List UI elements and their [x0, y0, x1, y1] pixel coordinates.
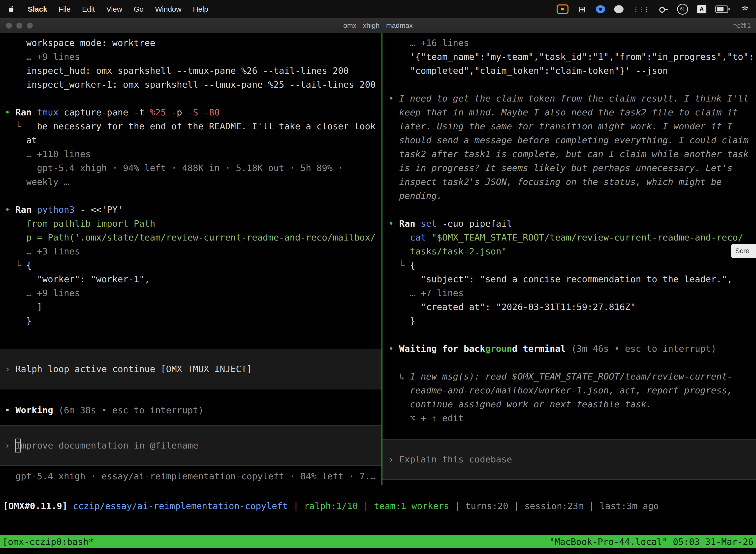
- terminal-text-segment: •: [5, 107, 10, 117]
- gauge-icon[interactable]: 61: [677, 4, 688, 15]
- terminal-text-segment: Working: [15, 405, 53, 415]
- terminal-text-segment: python3: [37, 205, 75, 215]
- terminal-text-segment: from pathlib import Path: [5, 218, 155, 229]
- menu-file[interactable]: File: [59, 5, 70, 13]
- terminal-line: ↳ 1 new msg(s): read $OMX_TEAM_STATE_ROO…: [382, 370, 756, 384]
- app-menu-slack[interactable]: Slack: [28, 5, 47, 13]
- window-shortcut-badge: ⌥⌘1: [733, 22, 756, 29]
- terminal-line: later. Using the same for transition mig…: [382, 119, 756, 133]
- terminal-line: › Explain this codebase: [382, 452, 756, 466]
- left-pane[interactable]: workspace_mode: worktree … +9 lines insp…: [0, 33, 381, 485]
- terminal-line: • Ran python3 - <<'PY': [0, 203, 381, 217]
- working-status: • Working (6m 38s • esc to interrupt): [0, 403, 381, 417]
- terminal-line: inspect task2's JSON, focusing on the st…: [382, 175, 756, 189]
- terminal-text-segment: at: [5, 135, 37, 145]
- terminal-text-segment: tmux: [37, 107, 59, 117]
- terminal-text-segment: inspect task2's JSON, focusing on the st…: [388, 177, 722, 187]
- right-pane[interactable]: … +16 lines '{"team_name":"my-team","tas…: [382, 33, 756, 485]
- terminal-text-segment: }: [388, 316, 415, 326]
- terminal-line: cat "$OMX_TEAM_STATE_ROOT/team/review-cu…: [382, 231, 756, 244]
- terminal-text-segment: •: [388, 343, 399, 354]
- terminal-text-segment: ⌥ + ↑ edit: [388, 413, 463, 423]
- terminal-line: › Ralph loop active continue [OMX_TMUX_I…: [0, 362, 381, 376]
- waiting-status: • Waiting for background terminal (3m 46…: [382, 342, 756, 356]
- tile-grid-icon[interactable]: ⊞: [577, 4, 587, 15]
- terminal-line: … +3 lines: [0, 244, 381, 258]
- zoom-button[interactable]: [27, 22, 33, 29]
- minimize-button[interactable]: [16, 22, 22, 29]
- terminal-line: … +7 lines: [382, 286, 756, 300]
- terminal-line: gpt-5.4 xhigh · 94% left · 488K in · 5.1…: [382, 483, 756, 485]
- terminal-line: inspect_hud: omx sparkshell --tmux-pane …: [0, 64, 381, 78]
- terminal-text-segment: ↳: [388, 371, 410, 382]
- apple-menu[interactable]: [7, 4, 16, 15]
- menu-help[interactable]: Help: [193, 5, 208, 13]
- terminal-text-segment: mprove documentation in @filename: [21, 440, 198, 450]
- terminal-text-segment: inspect_worker-1: omx sparkshell --tmux-…: [5, 79, 376, 90]
- terminal-line: • Ran tmux capture-pane -t %25 -p -S -80: [0, 106, 381, 119]
- terminal-line: └ {: [0, 258, 381, 272]
- terminal-line: • Ran set -euo pipefail: [382, 217, 756, 231]
- terminal-text-segment: I need to get the claim token from the c…: [399, 93, 749, 104]
- prompt-input[interactable]: › Improve documentation in @filename: [0, 425, 381, 466]
- terminal-line: workspace_mode: worktree: [0, 36, 381, 50]
- terminal-line: tasks/task-2.json": [382, 244, 756, 258]
- screen-overlay-notification[interactable]: Scre: [731, 244, 756, 258]
- screen-recording-indicator-icon[interactable]: [557, 4, 568, 14]
- terminal-text-segment: team:1 workers: [374, 501, 449, 511]
- terminal-text-segment: d terminal: [512, 343, 566, 354]
- terminal-line: inspect_worker-1: omx sparkshell --tmux-…: [0, 78, 381, 92]
- terminal-line: should send a message before completing …: [382, 133, 756, 147]
- terminal-text-segment: should send a message before completing …: [388, 135, 749, 145]
- menu-view[interactable]: View: [106, 5, 122, 13]
- ran-python-block: • Ran python3 - <<'PY' from pathlib impo…: [0, 203, 381, 328]
- terminal-window: workspace_mode: worktree … +9 lines insp…: [0, 33, 756, 554]
- terminal-text-segment: workspace_mode: worktree: [5, 38, 155, 48]
- terminal-text-segment: %25: [150, 107, 166, 117]
- terminal-text-segment: readme-and-reco/mailbox/worker-1.json, a…: [388, 385, 733, 395]
- terminal-line: › Improve documentation in @filename: [0, 439, 381, 452]
- terminal-text-segment: |: [358, 501, 374, 511]
- terminal-line: gpt-5.4 xhigh · essay/ai-reimplementatio…: [0, 469, 381, 483]
- loom-icon[interactable]: [596, 5, 605, 13]
- terminal-text-segment: Ralph loop active continue [OMX_TMUX_INJ…: [15, 364, 252, 374]
- menu-edit[interactable]: Edit: [82, 5, 95, 13]
- terminal-text-segment: {: [410, 260, 416, 270]
- prompt-input[interactable]: › Explain this codebase: [382, 439, 756, 480]
- close-button[interactable]: [6, 22, 12, 29]
- github-icon[interactable]: [614, 5, 624, 13]
- wifi-icon[interactable]: [739, 5, 749, 13]
- ran-cat-task-block: • Ran set -euo pipefail cat "$OMX_TEAM_S…: [382, 217, 756, 328]
- app-grid-icon[interactable]: ⋮⋮⋮: [632, 4, 650, 15]
- key-icon[interactable]: [659, 5, 668, 14]
- terminal-text-segment: is in progress? It seems likely but perh…: [388, 163, 733, 173]
- terminal-text-segment: … +7 lines: [388, 288, 463, 298]
- terminal-text-segment: Ran: [10, 107, 37, 117]
- terminal-text-segment: p = Path('.omx/state/team/review-current…: [5, 232, 376, 242]
- terminal-text-segment: "created_at": "2026-03-31T11:59:27.816Z": [388, 302, 636, 312]
- terminal-text-segment: Ran: [394, 218, 421, 229]
- menu-bar: Slack File Edit View Go Window Help ⊞ ⋮⋮…: [0, 0, 756, 18]
- terminal-text-segment: •: [5, 405, 15, 415]
- terminal-line: … +9 lines: [0, 50, 381, 64]
- terminal-line: p = Path('.omx/state/team/review-current…: [0, 231, 381, 244]
- terminal-text-segment: └: [5, 121, 37, 131]
- terminal-text-segment: later. Using the same for transition mig…: [388, 121, 733, 131]
- terminal-text-segment: cczip/essay/ai-reimplementation-copyleft: [67, 501, 288, 511]
- terminal-line: ]: [0, 300, 381, 314]
- terminal-text-segment: {: [26, 260, 32, 270]
- terminal-text-segment: ›: [5, 364, 15, 374]
- battery-icon[interactable]: [715, 5, 728, 13]
- terminal-text-segment: Explain this codebase: [399, 454, 512, 464]
- terminal-line: • I need to get the claim token from the…: [382, 92, 756, 106]
- terminal-line: └ {: [382, 258, 756, 272]
- menu-window[interactable]: Window: [155, 5, 182, 13]
- terminal-text-segment: groun: [485, 343, 512, 354]
- terminal-text-segment: I: [15, 439, 21, 452]
- input-source-icon[interactable]: A: [697, 5, 706, 13]
- terminal-text-segment: … +9 lines: [5, 52, 80, 62]
- terminal-line: ⌥ + ↑ edit: [382, 411, 756, 425]
- menu-go[interactable]: Go: [134, 5, 144, 13]
- terminal-line: "worker": "worker-1",: [0, 272, 381, 286]
- terminal-text-segment: … +110 lines: [5, 149, 91, 159]
